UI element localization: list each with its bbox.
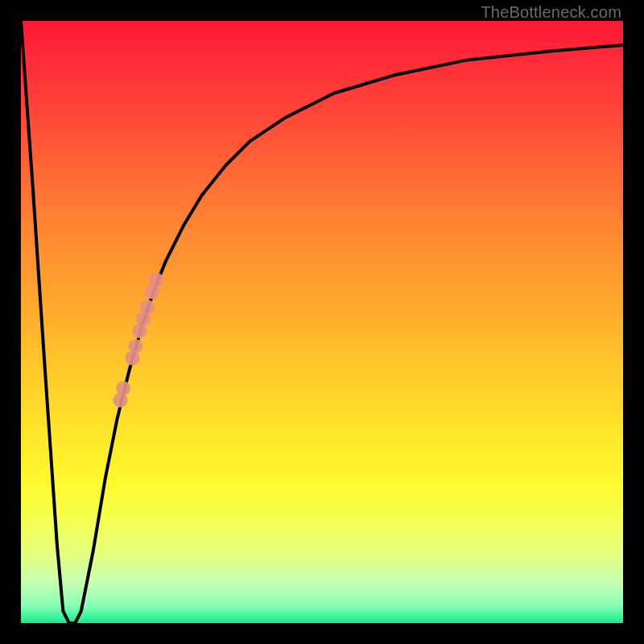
curve-layer xyxy=(21,21,623,623)
data-marker xyxy=(113,393,127,407)
chart-frame: TheBottleneck.com xyxy=(0,0,644,644)
plot-area xyxy=(21,21,623,623)
data-marker xyxy=(128,339,142,353)
watermark-text: TheBottleneck.com xyxy=(481,3,621,22)
data-marker xyxy=(140,299,155,314)
data-marker xyxy=(116,381,130,395)
bottleneck-curve xyxy=(21,21,623,623)
data-marker xyxy=(149,273,163,287)
data-marker xyxy=(125,351,139,365)
